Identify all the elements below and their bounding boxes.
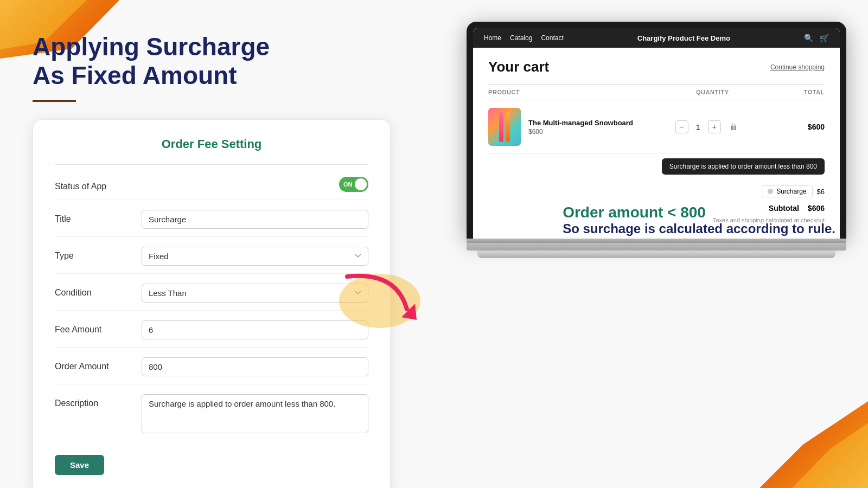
qty-decrease-btn[interactable]: − (675, 120, 688, 133)
nav-contact[interactable]: Contact (541, 34, 563, 42)
save-button[interactable]: Save (55, 455, 104, 475)
fee-amount-row: Fee Amount (55, 320, 368, 348)
svg-point-0 (339, 274, 420, 328)
right-panel: Home Catalog Contact Chargify Product Fe… (445, 22, 868, 258)
surcharge-dot (768, 189, 773, 194)
condition-label: Condition (55, 284, 142, 298)
status-label: Status of App (55, 177, 142, 191)
condition-row: Condition Less Than (55, 284, 368, 311)
bottom-text: Order amount < 800 So surchage is calcul… (563, 204, 835, 236)
toggle-on-label: ON (343, 181, 353, 188)
cart-product-row: The Multi-managed Snowboard $600 − 1 + 🗑… (488, 100, 825, 154)
fee-amount-label: Fee Amount (55, 320, 142, 335)
store-nav-links: Home Catalog Contact (484, 34, 564, 42)
continue-shopping-link[interactable]: Continue shopping (770, 63, 825, 71)
description-row: Description Surcharge is applied to orde… (55, 394, 368, 441)
surcharge-tooltip: Surcharge is applied to order amount les… (662, 158, 825, 175)
product-sticks (499, 111, 510, 143)
qty-value: 1 (693, 123, 704, 131)
status-row: Status of App ON (55, 177, 368, 200)
description-textarea[interactable]: Surcharge is applied to order amount les… (142, 394, 368, 433)
main-title: Applying Surcharge As Fixed Amount (33, 33, 391, 90)
cart-title: Your cart (488, 59, 549, 75)
product-name: The Multi-managed Snowboard (528, 119, 647, 127)
trash-icon[interactable]: 🗑 (730, 123, 737, 131)
surcharge-amount: $6 (817, 188, 825, 196)
form-divider (55, 164, 368, 165)
type-row: Type Fixed (55, 247, 368, 274)
product-total: $600 (765, 123, 825, 131)
surcharge-row: Surcharge $6 (488, 182, 825, 201)
left-panel: Applying Surcharge As Fixed Amount Order… (33, 33, 391, 488)
title-row: Title (55, 210, 368, 237)
bottom-line1: Order amount < 800 (563, 204, 835, 221)
surcharge-badge: Surcharge (762, 185, 812, 197)
cart-header: Your cart Continue shopping (488, 59, 825, 75)
col-product-header: PRODUCT (488, 89, 656, 95)
col-total-header: TOTAL (769, 89, 825, 95)
laptop-base (467, 239, 846, 251)
arrow-decoration (331, 266, 429, 336)
search-icon[interactable]: 🔍 (804, 34, 813, 42)
title-label: Title (55, 210, 142, 224)
cart-table-header: PRODUCT QUANTITY TOTAL (488, 84, 825, 100)
nav-home[interactable]: Home (484, 34, 501, 42)
description-label: Description (55, 394, 142, 408)
toggle-wrapper: ON (339, 177, 368, 192)
order-amount-row: Order Amount (55, 357, 368, 384)
product-stick-2 (506, 112, 510, 142)
toggle-knob (355, 178, 367, 190)
type-select[interactable]: Fixed (142, 247, 368, 266)
laptop-hinge (467, 239, 846, 243)
laptop-bottom (477, 251, 835, 258)
bottom-line2: So surchage is calculated according to r… (563, 221, 835, 236)
surcharge-label: Surcharge (776, 188, 806, 195)
product-info: The Multi-managed Snowboard $600 (528, 119, 647, 136)
order-amount-label: Order Amount (55, 357, 142, 371)
type-label: Type (55, 247, 142, 261)
col-quantity-header: QUANTITY (656, 89, 769, 95)
store-nav: Home Catalog Contact Chargify Product Fe… (473, 28, 840, 48)
product-image (488, 108, 521, 146)
order-amount-input[interactable] (142, 357, 368, 376)
status-toggle[interactable]: ON (339, 177, 368, 192)
nav-catalog[interactable]: Catalog (510, 34, 532, 42)
cart-icon[interactable]: 🛒 (820, 34, 829, 42)
product-list-price: $600 (528, 128, 647, 136)
title-input[interactable] (142, 210, 368, 229)
qty-controls: − 1 + 🗑 (647, 120, 765, 133)
title-underline (33, 100, 76, 102)
form-card-title: Order Fee Setting (55, 137, 368, 151)
product-stick-1 (499, 112, 503, 142)
store-nav-icons: 🔍 🛒 (804, 34, 829, 42)
qty-increase-btn[interactable]: + (708, 120, 721, 133)
nav-brand: Chargify Product Fee Demo (637, 34, 730, 42)
